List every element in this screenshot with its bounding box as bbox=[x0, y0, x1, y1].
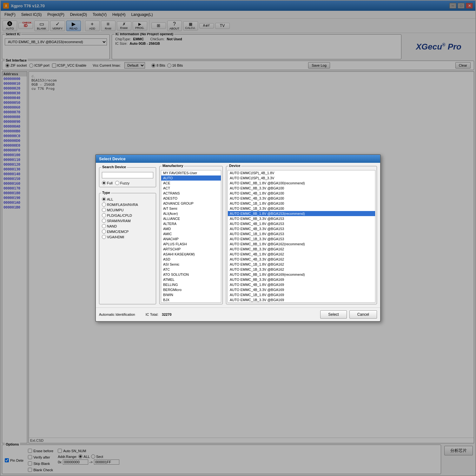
dev-1b-18-169[interactable]: AUTO EMMC_1B_1.8V @BGA169 bbox=[228, 292, 375, 297]
dev-1b-18-162[interactable]: AUTO EMMC_1B_1.8V @BGA162 bbox=[228, 262, 375, 267]
mfr-amic[interactable]: AMIC bbox=[161, 231, 221, 236]
type-all[interactable]: ALL bbox=[102, 197, 153, 201]
mfr-ato[interactable]: ATO SOLUTION bbox=[161, 272, 221, 277]
dev-8b-18-100[interactable]: AUTO EMMC_8B_1.8V @BGA100(recommend) bbox=[228, 181, 375, 186]
ic-total-value: 32270 bbox=[162, 313, 172, 316]
manufactory-list: MY FAVORITES-User AUTO ACE ACT ACTRANS A… bbox=[161, 170, 221, 303]
manufactory-column: Manufactory MY FAVORITES-User AUTO ACE A… bbox=[159, 166, 223, 304]
mfr-alliance[interactable]: ALLIANCE bbox=[161, 216, 221, 221]
mfr-atc[interactable]: ATC bbox=[161, 267, 221, 272]
type-rom-circle[interactable] bbox=[102, 202, 106, 207]
dev-8b-33-100[interactable]: AUTO EMMC_8B_3.3V @BGA100 bbox=[228, 186, 375, 191]
mfr-asahi[interactable]: ASAHI KASEI(AKM) bbox=[161, 252, 221, 257]
mfr-advance[interactable]: ADVANCE GROUP bbox=[161, 201, 221, 206]
dev-4b-18-169[interactable]: AUTO EMMC_4B_1.8V @BGA169 bbox=[228, 282, 375, 287]
mfr-ali[interactable]: ALI(Acer) bbox=[161, 211, 221, 216]
type-rom-label: ROM/FLASH/NVRA bbox=[107, 203, 138, 207]
mfr-berg[interactable]: BERGMicro bbox=[161, 287, 221, 292]
type-vga-circle[interactable] bbox=[102, 235, 106, 239]
select-device-modal: Select Device Search Device Full bbox=[95, 154, 381, 322]
auto-id-label: Automatic Identification bbox=[99, 313, 135, 316]
type-all-circle[interactable] bbox=[102, 197, 106, 201]
type-emmc-circle[interactable] bbox=[102, 229, 106, 234]
mfr-belling[interactable]: BELLING bbox=[161, 282, 221, 287]
type-fieldset: Type ALL ROM/FLASH/NVRA bbox=[99, 193, 156, 304]
radio-full-circle[interactable] bbox=[102, 181, 106, 185]
radio-full-label: Full bbox=[107, 181, 113, 185]
dev-isp-4b-18[interactable]: AUTO EMMC(ISP)_4B_1.8V bbox=[228, 170, 375, 175]
type-pld-circle[interactable] bbox=[102, 213, 106, 217]
dev-4b-33-162[interactable]: AUTO EMMC_4B_3.3V @BGA162 bbox=[228, 257, 375, 262]
mfr-biwin[interactable]: BIWIN bbox=[161, 292, 221, 297]
type-emmc-label: EMMC/EMCP bbox=[107, 230, 129, 234]
mfr-aplus[interactable]: APLUS FLASH bbox=[161, 241, 221, 247]
modal-body: Search Device Full Fuzzy bbox=[96, 163, 380, 307]
dev-1b-33-100[interactable]: AUTO EMMC_1B_3.3V @BGA100 bbox=[228, 206, 375, 211]
dev-4b-33-153[interactable]: AUTO EMMC_4B_3.3V @BGA153 bbox=[228, 226, 375, 231]
dev-4b-18-100[interactable]: AUTO EMMC_4B_1.8V @BGA100 bbox=[228, 191, 375, 196]
type-mcu-circle[interactable] bbox=[102, 208, 106, 212]
dev-1b-18-100[interactable]: AUTO EMMC_1B_1.8V @BGA100 bbox=[228, 201, 375, 206]
mfr-atmel[interactable]: ATMEL bbox=[161, 277, 221, 282]
modal-footer-left: Automatic Identification IC Total: 32270 bbox=[99, 313, 172, 316]
device-container: Device AUTO EMMC(ISP)_4B_1.8V AUTO EMMC(… bbox=[226, 166, 377, 304]
mfr-amd[interactable]: AMD bbox=[161, 226, 221, 231]
modal-title-bar: Select Device bbox=[96, 155, 380, 163]
device-list: AUTO EMMC(ISP)_4B_1.8V AUTO EMMC(ISP)_4B… bbox=[228, 170, 375, 303]
dev-8b-33-153[interactable]: AUTO EMMC_8B_3.3V @BGA153 bbox=[228, 216, 375, 221]
cancel-button[interactable]: Cancel bbox=[349, 310, 377, 319]
device-column: Device AUTO EMMC(ISP)_4B_1.8V AUTO EMMC(… bbox=[226, 166, 377, 304]
dev-8b-18-162[interactable]: AUTO EMMC_8B_1.8V @BGA162(recommend) bbox=[228, 241, 375, 247]
dev-1b-33-153[interactable]: AUTO EMMC_1B_3.3V @BGA153 bbox=[228, 236, 375, 241]
mfr-artschip[interactable]: ARTSCHIP bbox=[161, 247, 221, 252]
radio-full[interactable]: Full bbox=[102, 181, 113, 185]
dev-4b-18-162[interactable]: AUTO EMMC_4B_1.8V @BGA162 bbox=[228, 252, 375, 257]
dev-8b-18-153[interactable]: AUTO EMMC_8B_1.8V @BGA153(recommend) bbox=[228, 211, 375, 216]
type-nand[interactable]: NAND bbox=[102, 224, 153, 228]
dev-1b-18-153[interactable]: AUTO EMMC_1B_1.8V @BGA153 bbox=[228, 231, 375, 236]
type-mcu[interactable]: MCU/MPU bbox=[102, 208, 153, 212]
type-rom[interactable]: ROM/FLASH/NVRA bbox=[102, 202, 153, 207]
search-fieldset: Search Device Full Fuzzy bbox=[99, 167, 156, 187]
type-pld[interactable]: PLD/GAL/CPLD bbox=[102, 213, 153, 217]
dev-4b-18-153[interactable]: AUTO EMMC_4B_1.8V @BGA153 bbox=[228, 221, 375, 226]
search-input[interactable] bbox=[102, 172, 153, 178]
dev-4b-33-169[interactable]: AUTO EMMC_4B_3.3V @BGA169 bbox=[228, 287, 375, 292]
mfr-favorites[interactable]: MY FAVORITES-User bbox=[161, 170, 221, 175]
mfr-ait[interactable]: AiT Semi bbox=[161, 206, 221, 211]
mfr-asi[interactable]: ASI Semic bbox=[161, 262, 221, 267]
type-emmc[interactable]: EMMC/EMCP bbox=[102, 229, 153, 234]
select-button[interactable]: Select bbox=[320, 310, 347, 319]
dev-isp-4b-33[interactable]: AUTO EMMC(ISP)_4B_3.3V bbox=[228, 175, 375, 181]
search-device-title: Search Device bbox=[101, 165, 127, 169]
search-mode-group: Full Fuzzy bbox=[102, 181, 153, 185]
mfr-asd[interactable]: ASD bbox=[161, 257, 221, 262]
mfr-auto[interactable]: AUTO bbox=[161, 175, 221, 181]
mfr-altera[interactable]: ALTERA bbox=[161, 221, 221, 226]
type-nand-circle[interactable] bbox=[102, 224, 106, 228]
manufactory-title: Manufactory bbox=[162, 164, 184, 168]
modal-overlay: Select Device Search Device Full bbox=[1, 1, 475, 475]
modal-title: Select Device bbox=[99, 156, 126, 161]
type-vga[interactable]: VGA/HDMI bbox=[102, 235, 153, 239]
mfr-adesto[interactable]: ADESTO bbox=[161, 196, 221, 201]
dev-1b-33-169[interactable]: AUTO EMMC_1B_3.3V @BGA169 bbox=[228, 297, 375, 302]
dev-8b-18-169[interactable]: AUTO EMMC_8B_1.8V @BGA169(recommend) bbox=[228, 272, 375, 277]
type-sram-circle[interactable] bbox=[102, 219, 106, 223]
mfr-act[interactable]: ACT bbox=[161, 186, 221, 191]
dev-1b-33-162[interactable]: AUTO EMMC_1B_3.3V @BGA162 bbox=[228, 267, 375, 272]
mfr-ace[interactable]: ACE bbox=[161, 181, 221, 186]
modal-footer: Automatic Identification IC Total: 32270… bbox=[96, 307, 380, 321]
search-device-column: Search Device Full Fuzzy bbox=[99, 166, 156, 304]
mfr-actrans[interactable]: ACTRANS bbox=[161, 191, 221, 196]
radio-fuzzy[interactable]: Fuzzy bbox=[115, 181, 129, 185]
manufactory-container: Manufactory MY FAVORITES-User AUTO ACE A… bbox=[159, 166, 223, 304]
type-sram-label: SRAM/NVRAM bbox=[107, 219, 131, 223]
dev-8b-33-162[interactable]: AUTO EMMC_8B_3.3V @BGA162 bbox=[228, 247, 375, 252]
radio-fuzzy-circle[interactable] bbox=[115, 181, 119, 185]
mfr-bjx[interactable]: BJX bbox=[161, 297, 221, 302]
mfr-anachip[interactable]: ANACHIP bbox=[161, 236, 221, 241]
type-sram[interactable]: SRAM/NVRAM bbox=[102, 219, 153, 223]
dev-8b-33-169[interactable]: AUTO EMMC_8B_3.3V @BGA169 bbox=[228, 277, 375, 282]
dev-4b-33-100[interactable]: AUTO EMMC_4B_3.3V @BGA100 bbox=[228, 196, 375, 201]
